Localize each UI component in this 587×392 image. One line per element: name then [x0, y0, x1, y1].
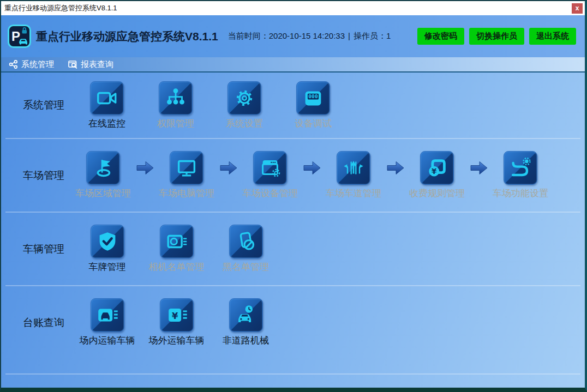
feature-tile[interactable] — [337, 151, 370, 185]
flow-arrow — [384, 160, 406, 176]
road-gear-icon — [508, 155, 533, 180]
feature-shield-check[interactable]: 车牌管理 — [73, 225, 142, 273]
section-items: 场内运输车辆¥场外运输车辆非道路机械 — [73, 298, 280, 347]
lane-arrows-icon — [341, 155, 366, 180]
feature-label: 车场设备管理 — [242, 187, 298, 200]
share-nodes-icon — [9, 60, 18, 69]
section-row-system-management: 系统管理在线监控权限管理系统设置000设备调试 — [1, 73, 585, 138]
feature-blacklist[interactable]: 黑名单管理 — [211, 225, 280, 273]
feature-label: 车场车道管理 — [326, 187, 381, 200]
operator-label: 操作员： — [354, 31, 386, 40]
feature-car-list[interactable]: 场内运输车辆 — [73, 298, 142, 347]
feature-road-gear[interactable]: 车场功能设置 — [490, 151, 551, 200]
feature-tile[interactable]: ¥ — [160, 298, 194, 332]
feature-label: 在线监控 — [88, 117, 125, 130]
separator: | — [348, 31, 350, 40]
content-sections: 系统管理在线监控权限管理系统设置000设备调试车场管理车场区域管理车场电脑管理车… — [1, 73, 585, 388]
app-logo-icon: P — [8, 25, 31, 48]
section-divider — [5, 373, 580, 375]
feature-tile[interactable] — [227, 81, 261, 115]
feature-tile[interactable] — [90, 81, 124, 115]
feature-tile[interactable] — [159, 81, 193, 115]
feature-tile[interactable] — [504, 151, 537, 185]
flow-arrow — [134, 160, 156, 176]
menu-item-label: 报表查询 — [81, 59, 113, 70]
feature-tile[interactable] — [229, 225, 263, 258]
menubar: 系统管理 报表查询 — [1, 57, 585, 73]
yen-list-icon: ¥ — [164, 303, 189, 328]
titlebar-title: 重点行业移动源应急管控系统V8.1.1 — [4, 3, 572, 13]
feature-meter[interactable]: 000设备调试 — [279, 81, 348, 130]
flow-arrow — [217, 160, 239, 176]
menu-item-label: 系统管理 — [21, 59, 54, 70]
operator-value: 1 — [386, 31, 391, 40]
report-search-icon — [68, 60, 77, 69]
feature-tile[interactable] — [86, 151, 120, 185]
feature-label: 黑名单管理 — [223, 261, 269, 273]
menu-item-system-management[interactable]: 系统管理 — [9, 59, 54, 70]
feature-flag-location[interactable]: 车场区域管理 — [73, 151, 134, 200]
close-button[interactable]: x — [572, 3, 583, 14]
feature-label: 车场电脑管理 — [159, 187, 214, 200]
video-camera-icon — [94, 86, 119, 111]
feature-device-gear[interactable]: 车场设备管理 — [239, 151, 301, 200]
feature-tile[interactable] — [170, 151, 203, 185]
feature-gear[interactable]: 系统设置 — [210, 81, 279, 130]
flag-location-icon — [91, 155, 116, 180]
shield-check-icon — [95, 229, 120, 254]
feature-lane-arrows[interactable]: 车场车道管理 — [323, 151, 384, 200]
yen-coin-icon: ¥ — [424, 155, 450, 180]
meter-icon: 000 — [301, 86, 326, 111]
feature-label: 车场功能设置 — [493, 187, 548, 200]
section-items: 在线监控权限管理系统设置000设备调试 — [73, 81, 348, 130]
feature-tile[interactable] — [253, 151, 287, 185]
feature-label: 收费规则管理 — [409, 187, 465, 200]
exit-system-button[interactable]: 退出系统 — [529, 28, 576, 45]
device-gear-icon — [257, 155, 283, 180]
feature-video-camera[interactable]: 在线监控 — [73, 81, 141, 130]
menu-item-report-query[interactable]: 报表查询 — [68, 59, 113, 70]
feature-tile[interactable] — [91, 298, 124, 332]
feature-label: 设备调试 — [295, 117, 332, 130]
change-password-button[interactable]: 修改密码 — [417, 28, 464, 45]
time-label: 当前时间： — [228, 31, 269, 40]
feature-yen-coin[interactable]: ¥收费规则管理 — [406, 151, 468, 200]
bottom-spacer — [1, 359, 585, 373]
feature-label: 系统设置 — [226, 117, 263, 130]
section-items: 车场区域管理车场电脑管理车场设备管理车场车道管理¥收费规则管理车场功能设置 — [73, 151, 551, 200]
blacklist-icon — [233, 229, 259, 254]
flow-arrow-icon — [303, 160, 321, 176]
camera-list-icon — [164, 229, 189, 254]
feature-monitor[interactable]: 车场电脑管理 — [156, 151, 217, 200]
feature-tile[interactable]: 000 — [296, 81, 330, 115]
section-row-vehicle-management: 车辆管理车牌管理相机名单管理黑名单管理 — [1, 213, 585, 285]
org-chart-icon — [163, 86, 188, 111]
section-row-parking-management: 车场管理车场区域管理车场电脑管理车场设备管理车场车道管理¥收费规则管理车场功能设… — [1, 139, 585, 212]
flow-arrow-icon — [220, 160, 237, 176]
app-title: 重点行业移动源应急管控系统V8.1.1 — [36, 29, 218, 44]
flow-arrow-icon — [470, 160, 488, 176]
feature-yen-list[interactable]: ¥场外运输车辆 — [142, 298, 211, 347]
feature-label: 非道路机械 — [223, 334, 269, 347]
svg-text:¥: ¥ — [171, 311, 178, 321]
svg-text:000: 000 — [308, 93, 318, 99]
feature-tile[interactable] — [91, 225, 124, 258]
titlebar: 重点行业移动源应急管控系统V8.1.1 x — [1, 1, 585, 15]
feature-camera-list[interactable]: 相机名单管理 — [142, 225, 211, 273]
current-time: 当前时间：2020-10-15 14:20:33|操作员：1 — [228, 31, 391, 41]
feature-label: 车牌管理 — [89, 261, 126, 273]
car-clock-icon — [233, 303, 259, 328]
feature-tile[interactable]: ¥ — [420, 151, 454, 185]
section-title: 台账查询 — [23, 316, 73, 330]
switch-operator-button[interactable]: 切换操作员 — [469, 28, 524, 45]
feature-tile[interactable] — [160, 225, 194, 258]
feature-tile[interactable] — [229, 298, 263, 332]
svg-text:¥: ¥ — [432, 167, 437, 176]
feature-label: 相机名单管理 — [149, 261, 205, 273]
feature-label: 场内运输车辆 — [80, 334, 135, 347]
header-buttons: 修改密码 切换操作员 退出系统 — [417, 28, 576, 45]
feature-org-chart[interactable]: 权限管理 — [141, 81, 210, 130]
flow-arrow — [468, 160, 490, 176]
section-row-ledger-query: 台账查询场内运输车辆¥场外运输车辆非道路机械 — [1, 286, 585, 359]
feature-car-clock[interactable]: 非道路机械 — [211, 298, 280, 347]
